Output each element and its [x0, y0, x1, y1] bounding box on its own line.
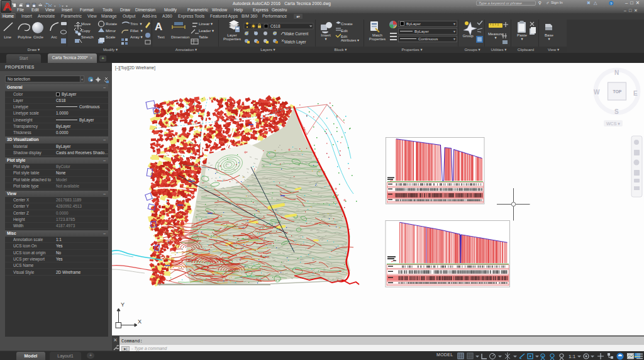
svg-text:TOP: TOP [613, 89, 622, 94]
svg-text:1:1: 1:1 [569, 354, 576, 359]
svg-text:C618: C618 [270, 24, 280, 28]
svg-text:X: X [138, 318, 142, 325]
svg-text:Y: Y [121, 301, 125, 308]
svg-text:E: E [633, 90, 638, 97]
svg-text:WCS ▾: WCS ▾ [606, 121, 620, 126]
svg-text:N: N [614, 69, 619, 76]
svg-text:W: W [594, 89, 600, 96]
svg-text:S: S [614, 108, 619, 115]
